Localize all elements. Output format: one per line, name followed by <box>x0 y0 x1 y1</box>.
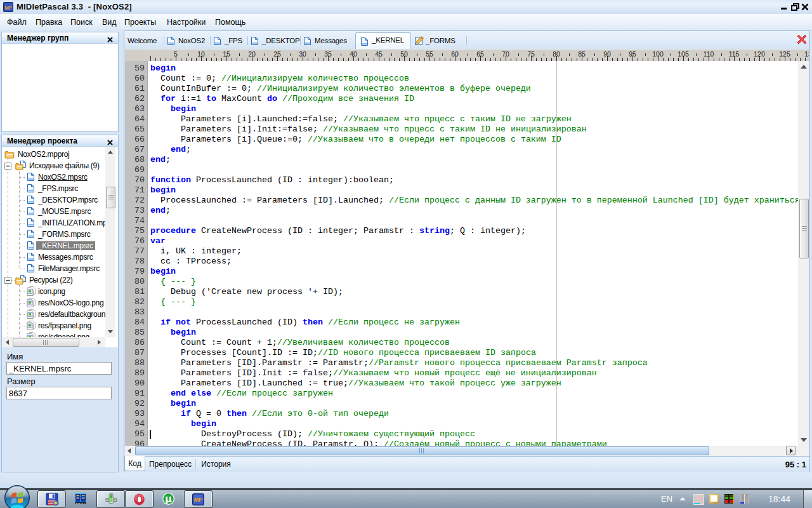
tree-vscrollbar-thumb[interactable] <box>106 187 115 208</box>
show-hidden-icons-button[interactable] <box>679 497 686 500</box>
tree-item--9-[interactable]: Исходные файлы (9) <box>2 160 106 171</box>
ruler-mid-tick <box>214 53 214 56</box>
line-number: 96 <box>134 439 145 446</box>
menu-item-1[interactable]: Файл <box>7 18 27 27</box>
tree-item--initialization-mpsrc[interactable]: _INITIALIZATION.mpsrc <box>2 217 106 229</box>
editor-tab-desktop[interactable]: _DESKTOP <box>247 35 300 49</box>
line-number: 70 <box>134 175 145 185</box>
editor-tab-fps[interactable]: _FPS <box>210 35 247 49</box>
editor-tab-kernel[interactable]: _KERNEL <box>355 32 411 49</box>
tray-icon-pink-display[interactable] <box>693 494 704 504</box>
tree-scroll-down-icon <box>108 330 113 333</box>
tree-vscrollbar[interactable] <box>105 147 115 337</box>
menu-item-4[interactable]: Вид <box>102 18 117 27</box>
name-input[interactable] <box>6 362 112 375</box>
size-input[interactable] <box>6 387 112 399</box>
tree-item-noxos2-mpsrc[interactable]: NoxOS2.mpsrc <box>2 171 106 183</box>
taskbar-button-mp[interactable]: MP <box>184 490 213 508</box>
tree-item-messages-mpsrc[interactable]: Messages.mpsrc <box>2 251 106 263</box>
tree-item-label: _FPS.mpsrc <box>38 184 78 193</box>
code-line: Debug ('Create new process '+ ID); <box>150 287 343 297</box>
editor-tab-welcome[interactable]: Welcome <box>125 35 164 49</box>
ruler-mid-tick <box>671 53 671 56</box>
tree-hscrollbar[interactable] <box>2 337 105 347</box>
start-button[interactable] <box>4 485 30 508</box>
menu-item-5[interactable]: Проекты <box>124 18 156 27</box>
line-number: 72 <box>134 196 145 206</box>
tree-item-res-noxos-logo-png[interactable]: res/NoxOS-logo.png <box>2 297 106 309</box>
qip-messenger-icon <box>104 492 118 506</box>
show-desktop-button[interactable] <box>803 490 812 508</box>
tree-item--mouse-mpsrc[interactable]: _MOUSE.mpsrc <box>2 206 106 217</box>
view-tab-code[interactable]: Код <box>124 456 145 471</box>
code-editor[interactable]: begin Count := 0; //Инициализируем колич… <box>148 61 798 446</box>
view-tab-preprocess[interactable]: Препроцесс <box>145 457 195 472</box>
editor-tab-messages[interactable]: Messages <box>300 35 355 49</box>
language-indicator[interactable]: EN <box>661 494 672 504</box>
editor-scroll-right-button[interactable] <box>786 446 796 455</box>
expander-icon[interactable] <box>4 277 11 286</box>
ruler-number: 40 <box>350 50 357 58</box>
image-file-icon <box>27 298 36 307</box>
taskbar-button-opera[interactable] <box>125 490 154 508</box>
line-number: 89 <box>134 368 145 378</box>
tree-item-icon-png[interactable]: icon.png <box>2 286 106 297</box>
document-icon <box>27 206 35 216</box>
line-number: 93 <box>134 409 145 419</box>
tree-item-res-fpspanel-png[interactable]: res/fpspanel.png <box>2 320 106 331</box>
tree-item-res-defaultbackground-png[interactable]: res/defaultbackground.png <box>2 309 106 320</box>
tray-icon-gold-window[interactable] <box>709 494 719 504</box>
ruler-number: 55 <box>426 50 433 58</box>
line-number: 79 <box>134 267 145 277</box>
taskbar-button-book[interactable] <box>74 491 88 505</box>
menu-item-3[interactable]: Поиск <box>70 18 93 27</box>
tree-item--desktop-mpsrc[interactable]: _DESKTOP.mpsrc <box>2 194 106 206</box>
ruler-number: 85 <box>578 50 586 58</box>
tree-connector <box>19 246 25 246</box>
tree-item-res-sdpanel-png[interactable]: res/sdpanel.png <box>2 331 106 337</box>
tree-item--kernel-mpsrc[interactable]: _KERNEL.mpsrc <box>2 240 106 251</box>
restore-icon <box>791 3 799 11</box>
ruler-number: 125 <box>779 50 790 58</box>
view-tab-history[interactable]: История <box>195 457 237 472</box>
tree-item-noxos2-mpproj[interactable]: NoxOS2.mpproj <box>2 149 106 160</box>
editor-close-button[interactable] <box>797 34 807 44</box>
tree-hscrollbar-thumb[interactable] <box>13 338 79 347</box>
tray-icon-gray-device[interactable] <box>740 494 750 504</box>
tree-item--forms-mpsrc[interactable]: _FORMS.mpsrc <box>2 229 106 240</box>
clock[interactable]: 18:44 <box>768 494 790 504</box>
code-line: Parameters [ID].Init := false;//Указывае… <box>150 368 597 378</box>
menu-item-6[interactable]: Настройки <box>167 18 206 27</box>
editor-hscrollbar[interactable] <box>125 446 809 456</box>
ruler-number: 15 <box>223 50 230 58</box>
editor-scroll-down-icon <box>801 438 807 442</box>
project-manager-close-icon[interactable] <box>107 137 114 144</box>
tree-item--22-[interactable]: Ресурсы (22) <box>2 274 106 286</box>
tray-stats-icon <box>724 494 734 504</box>
taskbar-button-qip[interactable] <box>96 490 125 508</box>
taskbar-button-utorrent[interactable]: µ <box>161 491 175 505</box>
editor-vscrollbar[interactable] <box>798 61 809 446</box>
editor-tab-noxos2[interactable]: NoxOS2 <box>164 35 210 49</box>
close-button[interactable] <box>801 3 809 11</box>
image-file-icon <box>27 332 36 337</box>
tab-label: _DESKTOP <box>262 37 300 44</box>
tray-window-icon <box>709 494 719 504</box>
menu-item-7[interactable]: Помощь <box>215 18 246 27</box>
tree-connector <box>19 234 25 235</box>
tray-icon-stats-grid[interactable] <box>724 494 735 504</box>
minimize-button[interactable] <box>780 3 789 11</box>
expander-icon[interactable] <box>4 163 11 171</box>
editor-hscrollbar-thumb[interactable] <box>135 446 709 455</box>
ruler-number: 65 <box>476 50 484 58</box>
group-manager-close-icon[interactable] <box>107 34 114 41</box>
editor-vscrollbar-thumb[interactable] <box>799 199 809 258</box>
restore-button[interactable] <box>790 3 799 11</box>
menu-item-2[interactable]: Правка <box>36 18 62 27</box>
tree-item--fps-mpsrc[interactable]: _FPS.mpsrc <box>2 183 106 194</box>
editor-tab-forms[interactable]: _FORMS <box>411 35 466 49</box>
tree-item-filemanager-mpsrc[interactable]: FileManager.mpsrc <box>2 263 106 274</box>
code-line: cc : TProcess; <box>150 257 232 267</box>
document-icon <box>303 36 311 46</box>
taskbar-button-floppy[interactable] <box>37 490 66 508</box>
